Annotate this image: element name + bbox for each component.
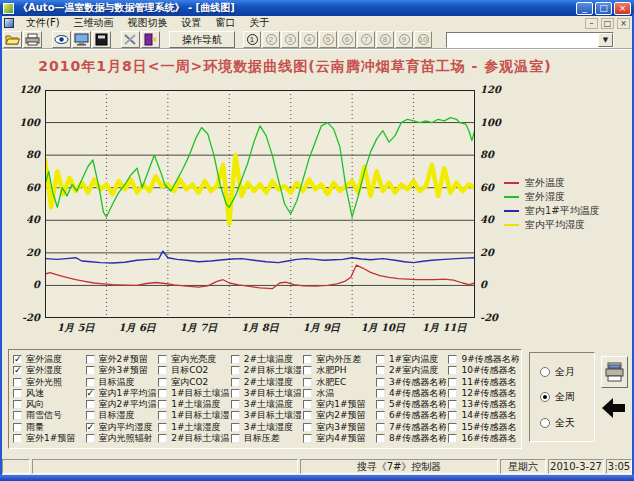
- series-checkbox-室内4#预留[interactable]: 室内4#预留: [301, 433, 374, 444]
- checkbox[interactable]: [376, 355, 385, 364]
- series-checkbox-3#目标土壤湿[interactable]: 3#目标土壤湿: [229, 410, 302, 421]
- series-checkbox-室内光照辐射[interactable]: 室内光照辐射: [84, 433, 157, 444]
- checkbox[interactable]: [448, 355, 457, 364]
- series-checkbox-5#传感器名称[interactable]: 5#传感器名称: [374, 399, 447, 410]
- checkbox[interactable]: [376, 423, 385, 432]
- controller-button-7[interactable]: 7: [357, 31, 375, 48]
- view-selector-combo[interactable]: ▼: [446, 32, 614, 48]
- checkbox[interactable]: [448, 411, 457, 420]
- checkbox[interactable]: [13, 400, 22, 409]
- series-checkbox-水温[interactable]: 水温: [301, 388, 374, 399]
- series-checkbox-室内2#预留[interactable]: 室内2#预留: [301, 410, 374, 421]
- checkbox[interactable]: [13, 378, 22, 387]
- series-checkbox-3#传感器名称[interactable]: 3#传感器名称: [374, 377, 447, 388]
- checkbox[interactable]: [448, 366, 457, 375]
- checkbox[interactable]: [86, 355, 95, 364]
- mdi-minimize-button[interactable]: –: [585, 18, 598, 29]
- series-checkbox-12#传感器名[interactable]: 12#传感器名: [446, 388, 519, 399]
- checkbox[interactable]: [303, 378, 312, 387]
- checkbox[interactable]: [158, 389, 167, 398]
- checkbox[interactable]: [448, 434, 457, 443]
- checkbox[interactable]: [303, 400, 312, 409]
- series-checkbox-室外光照[interactable]: 室外光照: [11, 377, 84, 388]
- checkbox[interactable]: [86, 411, 95, 420]
- series-checkbox-14#传感器名[interactable]: 14#传感器名: [446, 410, 519, 421]
- series-checkbox-16#传感器名[interactable]: 16#传感器名: [446, 433, 519, 444]
- series-checkbox-目标压差[interactable]: 目标压差: [229, 433, 302, 444]
- series-checkbox-目标CO2[interactable]: 目标CO2: [156, 365, 229, 376]
- checkbox[interactable]: [376, 389, 385, 398]
- series-checkbox-10#传感器名[interactable]: 10#传感器名: [446, 365, 519, 376]
- checkbox[interactable]: [86, 366, 95, 375]
- period-option-全月[interactable]: 全月: [540, 365, 594, 379]
- controller-button-6[interactable]: 6: [338, 31, 356, 48]
- checkbox[interactable]: [303, 411, 312, 420]
- checkbox[interactable]: [86, 378, 95, 387]
- series-checkbox-雨量[interactable]: 雨量: [11, 422, 84, 433]
- series-checkbox-9#传感器名称[interactable]: 9#传感器名称: [446, 354, 519, 365]
- checkbox[interactable]: [231, 423, 240, 432]
- checkbox[interactable]: [448, 423, 457, 432]
- series-checkbox-2#目标土壤湿[interactable]: 2#目标土壤湿: [229, 365, 302, 376]
- checkbox[interactable]: [158, 355, 167, 364]
- series-checkbox-目标湿度[interactable]: 目标湿度: [84, 410, 157, 421]
- tools-button[interactable]: [121, 31, 140, 48]
- menu-item-5[interactable]: 窗口: [209, 16, 243, 30]
- checkbox[interactable]: [86, 400, 95, 409]
- checkbox[interactable]: [231, 378, 240, 387]
- series-checkbox-15#传感器名[interactable]: 15#传感器名: [446, 422, 519, 433]
- menu-item-6[interactable]: 关于: [243, 16, 277, 30]
- checkbox[interactable]: [231, 355, 240, 364]
- checkbox[interactable]: [303, 355, 312, 364]
- mdi-close-button[interactable]: ×: [617, 18, 630, 29]
- series-checkbox-1#土壤湿度[interactable]: 1#土壤湿度: [156, 422, 229, 433]
- view-button[interactable]: [52, 31, 71, 48]
- checkbox-checked[interactable]: [13, 366, 22, 375]
- series-checkbox-室内3#预留[interactable]: 室内3#预留: [301, 422, 374, 433]
- checkbox[interactable]: [448, 389, 457, 398]
- series-checkbox-水肥PH[interactable]: 水肥PH: [301, 365, 374, 376]
- menu-item-3[interactable]: 视图切换: [121, 16, 175, 30]
- controller-button-8[interactable]: 8: [376, 31, 394, 48]
- series-checkbox-3#目标土壤温[interactable]: 3#目标土壤温: [229, 388, 302, 399]
- series-checkbox-2#土壤温度[interactable]: 2#土壤温度: [229, 354, 302, 365]
- controller-button-10[interactable]: 10: [414, 31, 432, 48]
- checkbox[interactable]: [376, 411, 385, 420]
- series-checkbox-室内1#预留[interactable]: 室内1#预留: [301, 399, 374, 410]
- checkbox[interactable]: [13, 411, 22, 420]
- checkbox[interactable]: [303, 389, 312, 398]
- radio-selected[interactable]: [540, 392, 550, 402]
- series-checkbox-1#土壤温度[interactable]: 1#土壤温度: [156, 399, 229, 410]
- controller-button-2[interactable]: 2: [262, 31, 280, 48]
- print-button[interactable]: [23, 31, 42, 48]
- checkbox[interactable]: [158, 423, 167, 432]
- checkbox[interactable]: [231, 366, 240, 375]
- series-checkbox-1#室内温度[interactable]: 1#室内温度: [374, 354, 447, 365]
- back-button[interactable]: [600, 392, 628, 424]
- monitor-button[interactable]: [72, 31, 91, 48]
- exit-button[interactable]: [141, 31, 160, 48]
- period-option-全周[interactable]: 全周: [540, 390, 594, 404]
- checkbox[interactable]: [158, 434, 167, 443]
- checkbox[interactable]: [303, 434, 312, 443]
- series-checkbox-室内1#平均温[interactable]: 室内1#平均温: [84, 388, 157, 399]
- checkbox[interactable]: [231, 411, 240, 420]
- series-checkbox-室内2#平均温[interactable]: 室内2#平均温: [84, 399, 157, 410]
- controller-button-5[interactable]: 5: [319, 31, 337, 48]
- series-checkbox-室内CO2[interactable]: 室内CO2: [156, 377, 229, 388]
- series-checkbox-11#传感器名[interactable]: 11#传感器名: [446, 377, 519, 388]
- series-checkbox-室内平均湿度[interactable]: 室内平均湿度: [84, 422, 157, 433]
- series-checkbox-3#土壤湿度[interactable]: 3#土壤湿度: [229, 422, 302, 433]
- checkbox[interactable]: [13, 423, 22, 432]
- checkbox-checked[interactable]: [13, 355, 22, 364]
- checkbox[interactable]: [13, 389, 22, 398]
- menu-item-4[interactable]: 设置: [175, 16, 209, 30]
- controller-button-4[interactable]: 4: [300, 31, 318, 48]
- checkbox[interactable]: [376, 378, 385, 387]
- radio[interactable]: [540, 367, 550, 377]
- period-option-全天[interactable]: 全天: [540, 416, 594, 430]
- series-checkbox-室内光亮度[interactable]: 室内光亮度: [156, 354, 229, 365]
- checkbox[interactable]: [231, 400, 240, 409]
- controller-button-9[interactable]: 9: [395, 31, 413, 48]
- series-checkbox-8#传感器名称[interactable]: 8#传感器名称: [374, 433, 447, 444]
